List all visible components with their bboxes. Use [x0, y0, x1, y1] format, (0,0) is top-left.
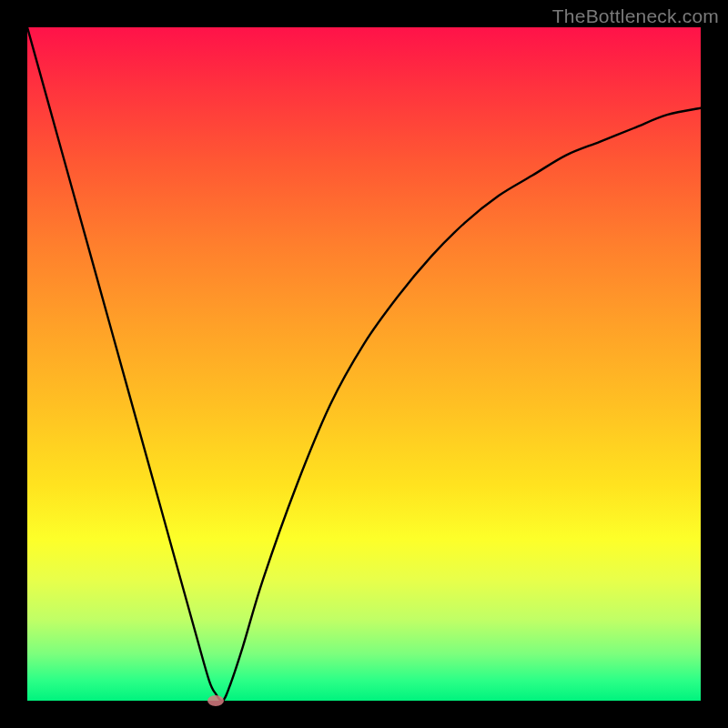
curve-svg — [27, 27, 701, 701]
plot-area — [27, 27, 701, 701]
chart-frame: TheBottleneck.com — [0, 0, 728, 728]
min-marker — [207, 695, 224, 706]
curve-line — [27, 27, 701, 701]
watermark-text: TheBottleneck.com — [552, 5, 719, 27]
